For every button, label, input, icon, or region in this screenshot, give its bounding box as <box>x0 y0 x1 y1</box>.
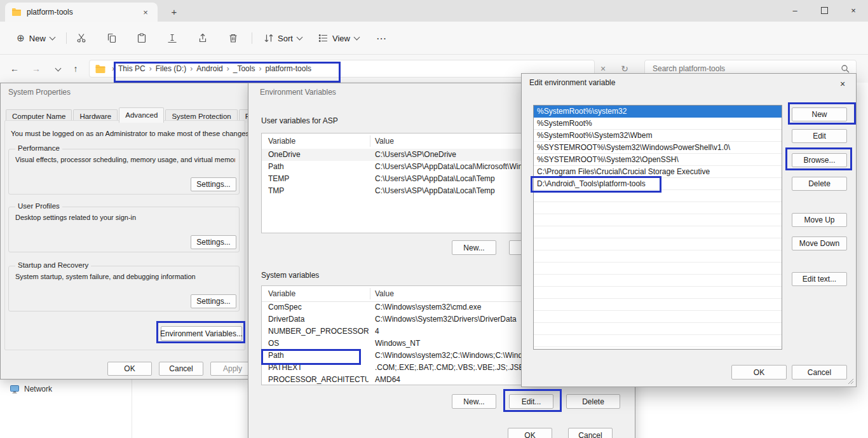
environment-variables-button[interactable]: Environment Variables... <box>161 326 242 341</box>
edit-environment-variable-dialog: Edit environment variable × %SystemRoot%… <box>521 73 857 387</box>
group-description: Visual effects, processor scheduling, me… <box>15 156 235 163</box>
column-divider[interactable] <box>370 288 370 299</box>
dialog-title: Environment Variables <box>260 88 336 97</box>
up-button[interactable]: ↑ <box>67 60 84 77</box>
variable-name: OS <box>268 338 369 350</box>
chevron-down-icon <box>354 34 360 41</box>
user-profiles-settings-button[interactable]: Settings... <box>191 235 236 249</box>
ok-button[interactable]: OK <box>107 362 152 376</box>
breadcrumb-item[interactable]: Files (D:) <box>153 64 190 73</box>
user-new-button[interactable]: New... <box>452 240 496 255</box>
system-properties-dialog: System Properties Computer Name Hardware… <box>0 83 248 380</box>
startup-settings-button[interactable]: Settings... <box>191 294 236 308</box>
variable-name: DriverData <box>268 313 369 325</box>
explorer-tab[interactable]: platform-tools × <box>5 3 158 22</box>
system-delete-button[interactable]: Delete <box>566 394 620 409</box>
paste-button[interactable] <box>132 28 152 48</box>
variable-name: TMP <box>268 185 369 197</box>
column-header-variable[interactable]: Variable <box>268 286 295 301</box>
cancel-button[interactable]: Cancel <box>568 428 613 438</box>
toolbar-separator <box>252 32 252 44</box>
ok-button[interactable]: OK <box>508 428 552 438</box>
variable-name: PATHEXT <box>268 362 369 374</box>
resize-grip[interactable] <box>848 378 854 385</box>
new-button[interactable]: New <box>792 107 847 121</box>
browse-button[interactable]: Browse... <box>792 153 847 167</box>
variable-name: TEMP <box>268 173 369 185</box>
cancel-button[interactable]: Cancel <box>159 362 203 376</box>
window-minimize-button[interactable]: – <box>780 0 810 20</box>
breadcrumb-item[interactable]: platform-tools <box>262 64 315 73</box>
chevron-down-icon <box>296 34 302 41</box>
window-maximize-button[interactable] <box>810 0 839 20</box>
list-item[interactable]: %SystemRoot%\System32\Wbem <box>534 130 782 142</box>
forward-button[interactable]: → <box>28 60 44 77</box>
list-item-platform-tools[interactable]: D:\Android\_Tools\platform-tools <box>534 178 782 190</box>
explorer-toolbar: ⊕ New Sort View <box>0 22 868 55</box>
share-button[interactable] <box>193 28 213 48</box>
delete-button[interactable] <box>223 28 243 48</box>
edit-button[interactable]: Edit <box>792 129 847 143</box>
variable-name: OneDrive <box>268 149 369 161</box>
sort-button[interactable]: Sort <box>258 28 308 48</box>
cancel-button[interactable]: Cancel <box>792 365 847 380</box>
list-item[interactable]: %SystemRoot% <box>534 118 782 130</box>
performance-group: Performance Visual effects, processor sc… <box>8 149 240 195</box>
list-item[interactable]: C:\Program Files\Crucial\Crucial Storage… <box>534 166 782 178</box>
address-field[interactable]: › This PC › Files (D:) › Android › _Tool… <box>89 60 595 78</box>
column-header-value[interactable]: Value <box>375 286 394 301</box>
view-button[interactable]: View <box>313 28 365 48</box>
edit-text-button[interactable]: Edit text... <box>792 272 847 286</box>
recent-locations-button[interactable] <box>50 60 66 77</box>
list-item[interactable]: %SYSTEMROOT%\System32\OpenSSH\ <box>534 154 782 166</box>
performance-settings-button[interactable]: Settings... <box>191 177 236 191</box>
column-header-value[interactable]: Value <box>375 133 394 149</box>
breadcrumb-item[interactable]: _Tools <box>230 64 259 73</box>
close-icon[interactable]: × <box>833 77 852 91</box>
window-close-button[interactable]: × <box>839 0 868 20</box>
screen: platform-tools × + – × ⊕ New <box>0 0 868 438</box>
back-button[interactable]: ← <box>6 60 23 77</box>
column-header-variable[interactable]: Variable <box>268 133 295 149</box>
tab-close-icon[interactable]: × <box>140 6 151 18</box>
tab-advanced[interactable]: Advanced <box>119 107 164 123</box>
view-icon <box>318 33 329 43</box>
share-icon <box>198 33 208 43</box>
new-button-label: New <box>29 34 46 43</box>
admin-note: You must be logged on as an Administrato… <box>11 130 245 137</box>
variable-name: ComSpec <box>268 301 369 313</box>
breadcrumb-item[interactable]: Android <box>193 64 226 73</box>
breadcrumb-item[interactable]: This PC <box>115 64 149 73</box>
chevron-down-icon <box>49 34 55 41</box>
folder-icon <box>95 64 106 74</box>
path-entries-list[interactable]: %SystemRoot%\system32 %SystemRoot% %Syst… <box>533 105 782 350</box>
move-down-button[interactable]: Move Down <box>792 236 847 250</box>
column-divider[interactable] <box>370 135 370 147</box>
startup-recovery-group: Startup and Recovery System startup, sys… <box>8 266 240 311</box>
variable-name: NUMBER_OF_PROCESSORS <box>268 325 369 338</box>
sidebar-item-label: Network <box>24 385 52 394</box>
more-options-button[interactable]: ⋯ <box>371 28 391 48</box>
system-variables-label: System variables <box>261 271 319 280</box>
new-button[interactable]: ⊕ New <box>9 28 62 48</box>
view-button-label: View <box>332 34 350 43</box>
rename-button[interactable] <box>162 28 182 48</box>
user-variables-label: User variables for ASP <box>261 116 338 125</box>
system-new-button[interactable]: New... <box>452 394 496 409</box>
new-tab-button[interactable]: + <box>168 5 180 18</box>
cut-button[interactable] <box>71 28 92 48</box>
group-title: Startup and Recovery <box>15 261 91 269</box>
variable-name: Path <box>268 161 369 173</box>
ok-button[interactable]: OK <box>731 365 787 380</box>
copy-button[interactable] <box>102 28 122 48</box>
move-up-button[interactable]: Move Up <box>792 213 847 227</box>
sidebar-item-network[interactable]: Network <box>10 383 52 395</box>
toolbar-separator <box>66 32 67 44</box>
copy-icon <box>107 33 117 43</box>
system-edit-button[interactable]: Edit... <box>509 394 553 409</box>
delete-button[interactable]: Delete <box>792 177 847 191</box>
list-item[interactable]: %SYSTEMROOT%\System32\WindowsPowerShell\… <box>534 142 782 154</box>
cut-icon <box>76 33 86 43</box>
list-item[interactable]: %SystemRoot%\system32 <box>534 106 782 118</box>
search-input[interactable] <box>651 64 841 74</box>
